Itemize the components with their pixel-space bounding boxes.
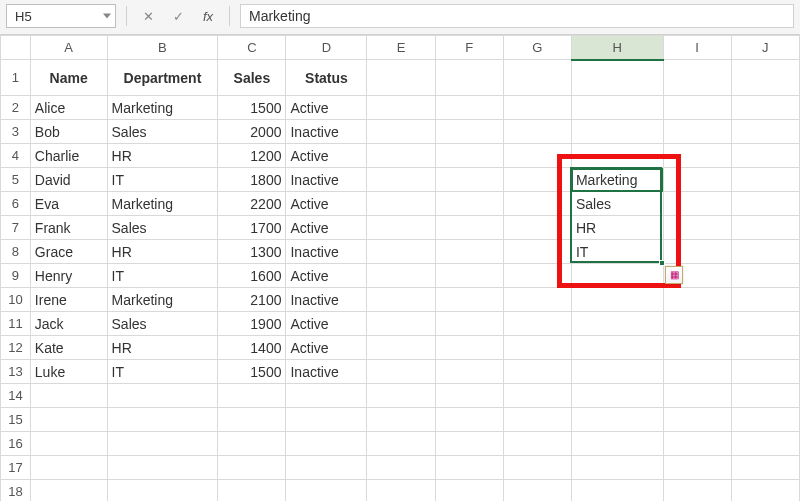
cell-D7[interactable]: Active: [286, 216, 367, 240]
cell-E17[interactable]: [367, 456, 435, 480]
cell-I5[interactable]: [663, 168, 731, 192]
cell-G11[interactable]: [503, 312, 571, 336]
cell-C5[interactable]: 1800: [218, 168, 286, 192]
cancel-button[interactable]: ✕: [137, 5, 159, 27]
cell-I12[interactable]: [663, 336, 731, 360]
cell-F11[interactable]: [435, 312, 503, 336]
cell-E7[interactable]: [367, 216, 435, 240]
cell-D18[interactable]: [286, 480, 367, 502]
cell-F16[interactable]: [435, 432, 503, 456]
cell-F10[interactable]: [435, 288, 503, 312]
column-header-G[interactable]: G: [503, 36, 571, 60]
cell-J5[interactable]: [731, 168, 799, 192]
cell-I4[interactable]: [663, 144, 731, 168]
row-header-1[interactable]: 1: [1, 60, 31, 96]
row-header-6[interactable]: 6: [1, 192, 31, 216]
cell-J12[interactable]: [731, 336, 799, 360]
cell-E8[interactable]: [367, 240, 435, 264]
cell-C2[interactable]: 1500: [218, 96, 286, 120]
column-header-A[interactable]: A: [30, 36, 107, 60]
cell-D4[interactable]: Active: [286, 144, 367, 168]
cell-A5[interactable]: David: [30, 168, 107, 192]
cell-I17[interactable]: [663, 456, 731, 480]
cell-G13[interactable]: [503, 360, 571, 384]
cell-B15[interactable]: [107, 408, 218, 432]
cell-F18[interactable]: [435, 480, 503, 502]
cell-H11[interactable]: [571, 312, 663, 336]
cell-C10[interactable]: 2100: [218, 288, 286, 312]
cell-D11[interactable]: Active: [286, 312, 367, 336]
cell-F17[interactable]: [435, 456, 503, 480]
row-header-2[interactable]: 2: [1, 96, 31, 120]
cell-H16[interactable]: [571, 432, 663, 456]
cell-C1[interactable]: Sales: [218, 60, 286, 96]
cell-A14[interactable]: [30, 384, 107, 408]
cell-I1[interactable]: [663, 60, 731, 96]
cell-A12[interactable]: Kate: [30, 336, 107, 360]
cell-B16[interactable]: [107, 432, 218, 456]
cell-F8[interactable]: [435, 240, 503, 264]
cell-E4[interactable]: [367, 144, 435, 168]
cell-G15[interactable]: [503, 408, 571, 432]
cell-A16[interactable]: [30, 432, 107, 456]
row-header-3[interactable]: 3: [1, 120, 31, 144]
cell-C8[interactable]: 1300: [218, 240, 286, 264]
cell-C6[interactable]: 2200: [218, 192, 286, 216]
cell-G16[interactable]: [503, 432, 571, 456]
column-header-C[interactable]: C: [218, 36, 286, 60]
cell-G18[interactable]: [503, 480, 571, 502]
cell-J16[interactable]: [731, 432, 799, 456]
cell-A3[interactable]: Bob: [30, 120, 107, 144]
cell-H9[interactable]: [571, 264, 663, 288]
cell-G6[interactable]: [503, 192, 571, 216]
cell-B10[interactable]: Marketing: [107, 288, 218, 312]
cell-B12[interactable]: HR: [107, 336, 218, 360]
cell-A15[interactable]: [30, 408, 107, 432]
cell-D6[interactable]: Active: [286, 192, 367, 216]
cell-H14[interactable]: [571, 384, 663, 408]
cell-H1[interactable]: [571, 60, 663, 96]
cell-D14[interactable]: [286, 384, 367, 408]
cell-C16[interactable]: [218, 432, 286, 456]
cell-C18[interactable]: [218, 480, 286, 502]
cell-D17[interactable]: [286, 456, 367, 480]
cell-J6[interactable]: [731, 192, 799, 216]
cell-C13[interactable]: 1500: [218, 360, 286, 384]
cell-J18[interactable]: [731, 480, 799, 502]
cell-G14[interactable]: [503, 384, 571, 408]
row-header-7[interactable]: 7: [1, 216, 31, 240]
cell-G9[interactable]: [503, 264, 571, 288]
cell-E5[interactable]: [367, 168, 435, 192]
cell-A10[interactable]: Irene: [30, 288, 107, 312]
cell-B13[interactable]: IT: [107, 360, 218, 384]
cell-H4[interactable]: [571, 144, 663, 168]
cell-D8[interactable]: Inactive: [286, 240, 367, 264]
cell-H6[interactable]: Sales: [571, 192, 663, 216]
chevron-down-icon[interactable]: [103, 14, 111, 19]
column-header-B[interactable]: B: [107, 36, 218, 60]
cell-B6[interactable]: Marketing: [107, 192, 218, 216]
cell-G7[interactable]: [503, 216, 571, 240]
formula-input[interactable]: Marketing: [240, 4, 794, 28]
cell-C7[interactable]: 1700: [218, 216, 286, 240]
row-header-13[interactable]: 13: [1, 360, 31, 384]
cell-C9[interactable]: 1600: [218, 264, 286, 288]
cell-G17[interactable]: [503, 456, 571, 480]
cell-J3[interactable]: [731, 120, 799, 144]
cell-J13[interactable]: [731, 360, 799, 384]
cell-C14[interactable]: [218, 384, 286, 408]
cell-A1[interactable]: Name: [30, 60, 107, 96]
cell-G12[interactable]: [503, 336, 571, 360]
cell-H15[interactable]: [571, 408, 663, 432]
cell-B18[interactable]: [107, 480, 218, 502]
cell-H10[interactable]: [571, 288, 663, 312]
cell-J2[interactable]: [731, 96, 799, 120]
cell-B7[interactable]: Sales: [107, 216, 218, 240]
cell-I11[interactable]: [663, 312, 731, 336]
cell-F5[interactable]: [435, 168, 503, 192]
cell-I13[interactable]: [663, 360, 731, 384]
cell-A13[interactable]: Luke: [30, 360, 107, 384]
cell-A9[interactable]: Henry: [30, 264, 107, 288]
cell-E13[interactable]: [367, 360, 435, 384]
cell-B2[interactable]: Marketing: [107, 96, 218, 120]
